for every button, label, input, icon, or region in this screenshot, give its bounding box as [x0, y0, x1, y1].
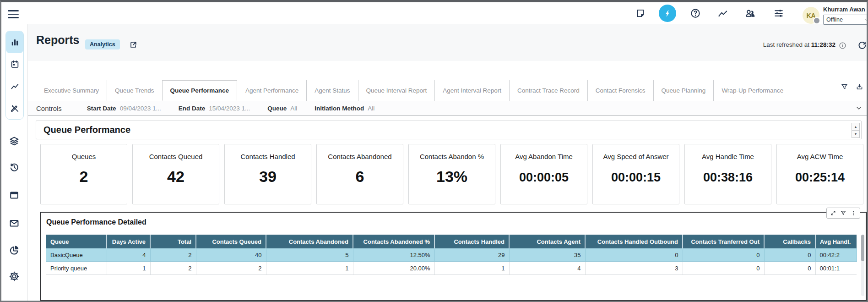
stepper-up-icon[interactable]: ▲: [852, 123, 859, 131]
help-icon[interactable]: [689, 7, 701, 19]
kpi-card-avg-handle-time: Avg Handle Time 00:38:16: [684, 144, 771, 204]
col-contacts-abandoned-pct[interactable]: Contacts Abandoned %: [353, 235, 434, 248]
cell: 2: [196, 262, 266, 275]
col-contacts-abandoned[interactable]: Contacts Abandoned: [266, 235, 353, 248]
table-scrollbar[interactable]: [861, 235, 864, 296]
col-contacts-queued[interactable]: Contacts Queued: [196, 235, 266, 248]
filter-label: Initiation Method: [315, 105, 364, 112]
history-icon[interactable]: [7, 160, 21, 174]
tab-agent-interval-report[interactable]: Agent Interval Report: [434, 80, 509, 101]
export-tray-icon[interactable]: [855, 82, 863, 91]
queue-performance-table: Queue Days Active Total Contacts Queued …: [46, 235, 857, 275]
cell: 3: [585, 262, 683, 275]
kpi-card-contacts-abandoned: Contacts Abandoned 6: [316, 144, 403, 204]
tab-contract-trace-record[interactable]: Contract Trace Record: [509, 80, 587, 101]
kpi-value: 13%: [436, 168, 467, 186]
users-icon[interactable]: [744, 7, 756, 19]
col-avg-handle[interactable]: Avg Handl.: [815, 235, 857, 248]
line-chart-icon[interactable]: [6, 75, 23, 97]
stepper-down-icon[interactable]: ▼: [852, 131, 859, 137]
tab-agent-status[interactable]: Agent Status: [306, 80, 358, 101]
cell: 2: [150, 262, 196, 275]
page-title: Reports: [36, 33, 79, 47]
kpi-card-avg-abandon-time: Avg Abandon Time 00:00:05: [500, 144, 587, 204]
tab-wrap-up-performance[interactable]: Wrap-Up Performance: [713, 80, 791, 101]
kpi-card-queues: Queues 2: [40, 144, 127, 204]
col-contacts-handled[interactable]: Contacts Handled: [434, 235, 509, 248]
tab-agent-performance[interactable]: Agent Performance: [237, 80, 306, 101]
cell: 40: [196, 248, 266, 262]
cell: 12.50%: [353, 248, 434, 262]
tab-queue-interval-report[interactable]: Queue Interval Report: [358, 80, 435, 101]
cell: 0: [683, 248, 764, 262]
info-icon[interactable]: [838, 41, 846, 49]
sliders-icon[interactable]: [773, 7, 785, 19]
cell: 35: [509, 248, 585, 262]
col-contacts-transferred-out[interactable]: Contacts Tranferred Out: [683, 235, 764, 248]
expand-icon[interactable]: [830, 209, 837, 217]
kebab-menu-icon[interactable]: [850, 209, 857, 217]
filter-funnel-icon[interactable]: [840, 209, 847, 217]
cell: 0: [764, 248, 815, 262]
filter-start-date[interactable]: Start Date 09/04/2023 1...: [87, 105, 161, 112]
col-contacts-handled-outbound[interactable]: Contacts Handled Outbound: [585, 235, 683, 248]
status-select[interactable]: Offline: [823, 15, 868, 25]
kpi-value: 42: [167, 168, 184, 186]
status-dot: [813, 17, 820, 24]
tab-queue-trends[interactable]: Queue Trends: [107, 80, 162, 101]
cell: BasicQueue: [46, 248, 107, 262]
tab-executive-summary[interactable]: Executive Summary: [36, 80, 107, 101]
table-header-row: Queue Days Active Total Contacts Queued …: [46, 235, 857, 248]
topbar: [1, 2, 867, 24]
bar-chart-icon[interactable]: [6, 31, 23, 53]
boost-lightning-icon[interactable]: [659, 5, 676, 22]
tab-contact-forensics[interactable]: Contact Forensics: [587, 80, 653, 101]
kpi-label: Queues: [72, 153, 96, 160]
filter-value: 09/04/2023 1...: [120, 105, 161, 112]
chevron-down-icon: [864, 17, 868, 22]
kpi-label: Contacts Queued: [149, 153, 203, 160]
kpi-label: Contacts Abandon %: [420, 153, 484, 160]
col-days-active[interactable]: Days Active: [107, 235, 150, 248]
table-scrollbar-thumb[interactable]: [861, 235, 864, 261]
filter-queue[interactable]: Queue All: [267, 105, 297, 112]
settings-gear-icon[interactable]: [7, 269, 21, 283]
filter-label: Start Date: [87, 105, 116, 112]
kpi-row: Queues 2 Contacts Queued 42 Contacts Han…: [40, 144, 863, 204]
design-icon[interactable]: [6, 97, 23, 119]
col-total[interactable]: Total: [150, 235, 196, 248]
tab-queue-planning[interactable]: Queue Planning: [653, 80, 714, 101]
avatar[interactable]: KA: [803, 7, 819, 24]
kpi-value: 6: [356, 168, 364, 186]
col-callbacks[interactable]: Callbacks: [764, 235, 815, 248]
calendar-icon[interactable]: [6, 53, 23, 75]
cell: 1: [107, 262, 150, 275]
note-icon[interactable]: [635, 7, 646, 19]
card-toolbar: [840, 82, 863, 91]
kpi-value: 2: [80, 168, 88, 186]
hamburger-menu-button[interactable]: [8, 10, 19, 19]
external-link-icon[interactable]: [128, 40, 138, 50]
section-title: Queue Performance: [36, 125, 130, 135]
pie-chart-icon[interactable]: [7, 243, 21, 257]
table-row-basicqueue[interactable]: BasicQueue 4 2 40 5 12.50% 29 35 0 0 0 0…: [46, 248, 857, 262]
col-contacts-agent[interactable]: Contacts Agent: [509, 235, 585, 248]
cell: 0: [683, 262, 764, 275]
table-row-priority-queue[interactable]: Priority queue 1 2 2 1 20.00% 1 4 3 0 0 …: [46, 262, 857, 275]
metrics-icon[interactable]: [717, 7, 729, 19]
filter-label: Queue: [267, 105, 287, 112]
filter-initiation-method[interactable]: Initiation Method All: [315, 105, 374, 112]
cell: 0: [764, 262, 815, 275]
mail-icon[interactable]: [7, 216, 21, 230]
controls-collapse-chevron-icon[interactable]: [854, 103, 864, 113]
col-queue[interactable]: Queue: [46, 235, 107, 248]
filter-end-date[interactable]: End Date 15/04/2023 1...: [179, 105, 250, 112]
layers-icon[interactable]: [7, 134, 21, 148]
tab-queue-performance[interactable]: Queue Performance: [162, 80, 237, 101]
filter-funnel-icon[interactable]: [840, 82, 848, 91]
kpi-card-avg-acw-time: Avg ACW Time 00:25:14: [776, 144, 863, 204]
refresh-icon[interactable]: [857, 40, 868, 51]
window-icon[interactable]: [7, 188, 21, 202]
cell: 2: [150, 248, 196, 262]
filter-value: All: [368, 105, 374, 112]
